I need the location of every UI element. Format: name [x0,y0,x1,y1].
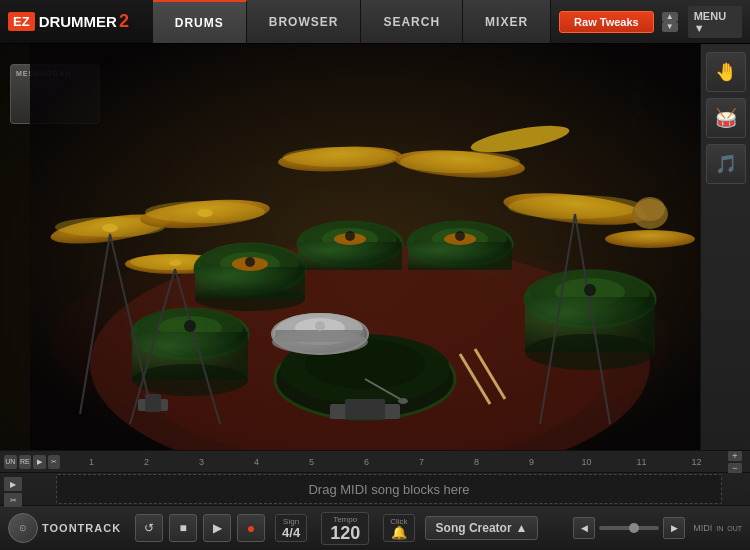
svg-point-11 [169,260,181,266]
record-button[interactable]: ● [237,514,265,542]
svg-point-42 [132,364,248,396]
redo-button[interactable]: RE [19,455,32,469]
timeline-content: ▶ ✂ Drag MIDI song blocks here [0,473,750,505]
rewind-button[interactable]: ↺ [135,514,163,542]
svg-point-71 [345,231,355,241]
cursor-tool[interactable]: ▶ [33,455,46,469]
transport-bar: ⊙ TOONTRACK ↺ ■ ▶ ● Sign 4/4 Tempo 120 C… [0,505,750,550]
ruler-mark-11: 11 [614,457,669,467]
ruler-mark-4: 4 [229,457,284,467]
svg-point-69 [635,197,665,221]
svg-rect-65 [145,394,161,412]
tab-mixer[interactable]: MIXER [463,0,551,43]
svg-rect-32 [408,242,512,270]
in-button[interactable]: IN [716,525,723,532]
ruler-mark-8: 8 [449,457,504,467]
midi-volume-slider[interactable] [599,526,659,530]
drummer-logo-text: DRUMMER2 [39,11,129,32]
click-display: Click 🔔 [383,514,414,542]
midi-dropzone-label: Drag MIDI song blocks here [308,482,469,497]
svg-point-74 [184,320,196,332]
ruler-mark-1: 1 [64,457,119,467]
out-button[interactable]: OUT [727,525,742,532]
cursor-mode-button[interactable]: ▶ [4,477,22,491]
svg-point-5 [102,224,118,232]
timeline-ruler: 1 2 3 4 5 6 7 8 9 10 11 12 [60,457,728,467]
drum-kit-visual [0,44,750,450]
timeline-zoom: + − [728,451,742,473]
ruler-mark-3: 3 [174,457,229,467]
timeline-side-controls: ▶ ✂ [4,477,22,507]
tempo-display: Tempo 120 [321,512,369,545]
zoom-in-button[interactable]: + [728,451,742,461]
nav-tabs: DRUMS BROWSER SEARCH MIXER [153,0,551,43]
svg-point-72 [455,231,465,241]
scissor-tool[interactable]: ✂ [48,455,61,469]
timeline-area: UN RE ▶ ✂ 1 2 3 4 5 6 7 8 9 10 11 12 + −… [0,450,750,505]
ruler-mark-5: 5 [284,457,339,467]
slider-thumb [629,523,639,533]
cut-mode-button[interactable]: ✂ [4,493,22,507]
raw-tweaks-button[interactable]: Raw Tweaks [559,11,654,33]
zoom-out-button[interactable]: − [728,463,742,473]
play-button[interactable]: ▶ [203,514,231,542]
tab-browser[interactable]: BROWSER [247,0,362,43]
instrument-icon-panel[interactable]: 🎵 [706,144,746,184]
song-creator-button[interactable]: Song Creator ▲ [425,516,539,540]
ruler-mark-2: 2 [119,457,174,467]
ruler-mark-7: 7 [394,457,449,467]
arrow-down[interactable]: ▼ [662,22,678,32]
sign-value: 4/4 [282,526,300,539]
header-bar: EZ DRUMMER2 DRUMS BROWSER SEARCH MIXER R… [0,0,750,44]
svg-point-13 [283,147,397,167]
tempo-value: 120 [330,524,360,542]
midi-label: MIDI [693,523,712,533]
tab-search[interactable]: SEARCH [361,0,463,43]
ez-logo: EZ [8,12,35,31]
svg-point-37 [525,334,655,370]
click-icon: 🔔 [391,526,407,539]
midi-dropzone[interactable]: Drag MIDI song blocks here [56,474,722,504]
timeline-controls-left: UN RE ▶ ✂ [4,455,60,469]
undo-button[interactable]: UN [4,455,17,469]
toontrack-logo-text: TOONTRACK [42,522,121,534]
toontrack-logo-circle: ⊙ [8,513,38,543]
svg-rect-61 [345,399,385,419]
ruler-mark-10: 10 [559,457,614,467]
ruler-mark-6: 6 [339,457,394,467]
hand-icon-panel[interactable]: 🤚 [706,52,746,92]
svg-point-70 [245,257,255,267]
ruler-mark-9: 9 [504,457,559,467]
left-arrow-button[interactable]: ◀ [573,517,595,539]
menu-button[interactable]: MENU ▼ [688,6,742,38]
time-signature: Sign 4/4 [275,514,307,542]
svg-point-73 [584,284,596,296]
stop-button[interactable]: ■ [169,514,197,542]
song-creator-arrow: ▲ [516,521,528,535]
stick-icon-panel[interactable]: 🥁 [706,98,746,138]
right-panel: 🤚 🥁 🎵 [700,44,750,450]
tab-drums[interactable]: DRUMS [153,0,247,43]
svg-point-50 [272,330,368,354]
svg-point-67 [398,398,408,404]
svg-point-8 [197,209,213,217]
right-arrow-button[interactable]: ▶ [663,517,685,539]
header-right: ▲ ▼ MENU ▼ [662,6,742,38]
toontrack-logo: ⊙ TOONTRACK [8,513,121,543]
svg-rect-28 [298,242,402,270]
svg-point-15 [400,151,520,173]
song-creator-label: Song Creator [436,521,512,535]
header-arrows: ▲ ▼ [662,12,678,32]
logo-area: EZ DRUMMER2 [0,0,153,43]
svg-point-18 [605,230,695,248]
svg-rect-24 [195,267,305,299]
arrow-up[interactable]: ▲ [662,12,678,22]
svg-point-75 [315,321,325,331]
ruler-mark-12: 12 [669,457,724,467]
timeline-header: UN RE ▶ ✂ 1 2 3 4 5 6 7 8 9 10 11 12 + − [0,451,750,473]
right-transport-controls: ◀ ▶ MIDI IN OUT [573,517,742,539]
drum-area: MESHUGGAH TOONTRACK [0,44,750,450]
